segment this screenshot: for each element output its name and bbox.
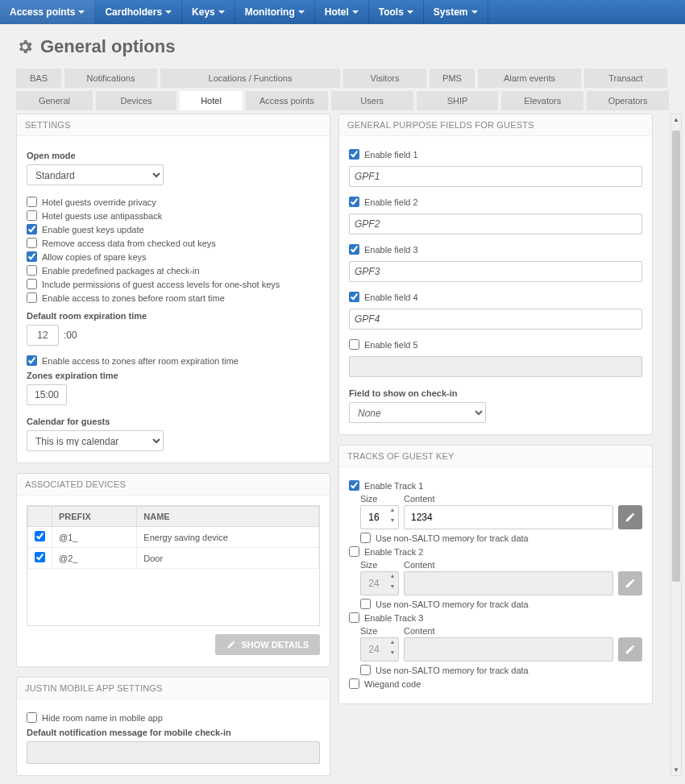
gpf-input-4[interactable]: [349, 309, 642, 330]
track-nonsalto-2[interactable]: [360, 599, 371, 609]
caret-down-icon: [218, 10, 225, 14]
tab-access-points[interactable]: Access points: [246, 91, 328, 110]
track-edit-button-1[interactable]: [618, 505, 642, 529]
settings-check-4[interactable]: [27, 251, 37, 262]
nav-item-cardholders[interactable]: Cardholders: [95, 0, 182, 24]
track-enable-label-3: Enable Track 3: [364, 613, 423, 623]
panel-gpf-head: GENERAL PURPOSE FIELDS FOR GUESTS: [339, 114, 652, 136]
gpf-check-4[interactable]: [349, 292, 359, 302]
devices-col-check: [28, 507, 52, 527]
caret-down-icon: [78, 10, 85, 14]
gpf-check-5[interactable]: [349, 339, 359, 350]
tab-general[interactable]: General: [16, 91, 93, 110]
gpf-input-3[interactable]: [349, 261, 642, 282]
panel-gpf: GENERAL PURPOSE FIELDS FOR GUESTS Enable…: [338, 114, 653, 435]
tab-operators[interactable]: Operators: [587, 91, 669, 110]
caret-down-icon: [407, 10, 413, 14]
tab-locations-functions[interactable]: Locations / Functions: [160, 68, 340, 88]
track-content-input-3[interactable]: [404, 637, 613, 662]
settings-check-label-5: Enable predefined packages at check-in: [42, 266, 200, 276]
track-enable-label-2: Enable Track 2: [364, 547, 423, 557]
show-details-button[interactable]: SHOW DETAILS: [215, 634, 320, 655]
nav-item-keys[interactable]: Keys: [182, 0, 235, 24]
devices-table: PREFIX NAME @1_Energy saving device@2_Do…: [27, 506, 319, 569]
track-edit-button-2[interactable]: [618, 571, 642, 595]
track-enable-2[interactable]: [349, 546, 359, 557]
nav-label: System: [434, 6, 468, 18]
device-prefix: @1_: [52, 527, 137, 548]
nav-item-system[interactable]: System: [424, 0, 488, 24]
settings-check-1[interactable]: [27, 210, 37, 221]
device-check-1[interactable]: [35, 552, 45, 562]
devices-table-wrap[interactable]: PREFIX NAME @1_Energy saving device@2_Do…: [27, 505, 320, 626]
track-nonsalto-label-1: Use non-SALTO memory for track data: [376, 533, 529, 543]
pencil-icon: [226, 640, 236, 649]
tab-notifications[interactable]: Notifications: [64, 68, 157, 88]
gpf-input-5[interactable]: [349, 356, 642, 377]
tab-pms[interactable]: PMS: [430, 68, 475, 88]
track-enable-3[interactable]: [349, 612, 359, 623]
calendar-select[interactable]: This is my calendar: [27, 430, 164, 451]
hide-room-checkbox[interactable]: [27, 712, 37, 723]
gpf-check-3[interactable]: [349, 244, 359, 255]
tab-ship[interactable]: SHIP: [417, 91, 499, 110]
open-mode-select[interactable]: Standard: [27, 164, 164, 185]
table-row[interactable]: @2_Door: [28, 548, 319, 569]
notif-input[interactable]: [27, 741, 320, 764]
tab-alarm-events[interactable]: Alarm events: [478, 68, 581, 88]
panel-devices: ASSOCIATED DEVICES PREFIX NAME @1_Energy…: [16, 473, 330, 667]
gpf-check-2[interactable]: [349, 197, 359, 207]
track-nonsalto-3[interactable]: [360, 665, 371, 675]
wiegand-checkbox[interactable]: [349, 678, 359, 689]
gpf-show-select[interactable]: None: [349, 402, 486, 423]
nav-item-monitoring[interactable]: Monitoring: [235, 0, 315, 24]
tab-users[interactable]: Users: [331, 91, 413, 110]
device-name: Energy saving device: [137, 527, 319, 548]
scrollbar[interactable]: ▲ ▼: [670, 114, 682, 776]
gpf-check-label-2: Enable field 2: [364, 197, 418, 207]
room-exp-hour-input[interactable]: [27, 325, 59, 346]
gpf-check-1[interactable]: [349, 149, 359, 160]
tab-visitors[interactable]: Visitors: [343, 68, 426, 88]
track-content-input-2[interactable]: [404, 571, 613, 595]
device-check-0[interactable]: [35, 531, 45, 541]
left-column: SETTINGS Open mode Standard Hotel guests…: [16, 114, 330, 776]
scroll-thumb[interactable]: [672, 131, 680, 582]
nav-item-hotel[interactable]: Hotel: [315, 0, 369, 24]
settings-check-6[interactable]: [27, 279, 37, 289]
tab-hotel[interactable]: Hotel: [180, 91, 243, 110]
page-title: General options: [40, 36, 175, 57]
nav-item-access-points[interactable]: Access points: [0, 0, 95, 24]
zones-exp-input[interactable]: [27, 384, 67, 405]
panel-tracks: TRACKS OF GUEST KEY Enable Track 1Size▲▼…: [338, 445, 653, 704]
table-row[interactable]: @1_Energy saving device: [28, 527, 319, 548]
zone-after-checkbox[interactable]: [27, 355, 37, 366]
panel-settings: SETTINGS Open mode Standard Hotel guests…: [16, 114, 330, 463]
tab-devices[interactable]: Devices: [96, 91, 176, 110]
spinner-icon[interactable]: ▲▼: [388, 639, 397, 660]
track-edit-button-3[interactable]: [618, 637, 642, 662]
track-enable-1[interactable]: [349, 480, 359, 491]
zones-exp-label: Zones expiration time: [27, 371, 320, 380]
settings-check-0[interactable]: [27, 197, 37, 207]
settings-check-label-0: Hotel guests override privacy: [42, 197, 156, 207]
tab-transact[interactable]: Transact: [584, 68, 667, 88]
settings-check-7[interactable]: [27, 292, 37, 303]
tab-elevators[interactable]: Elevators: [501, 91, 583, 110]
gpf-input-1[interactable]: [349, 166, 642, 187]
settings-check-label-6: Include permissions of guest access leve…: [42, 280, 280, 289]
settings-check-2[interactable]: [27, 224, 37, 234]
track-nonsalto-1[interactable]: [360, 533, 371, 543]
settings-check-5[interactable]: [27, 265, 37, 276]
spinner-icon[interactable]: ▲▼: [388, 573, 397, 594]
caret-down-icon: [165, 10, 172, 14]
track-nonsalto-label-3: Use non-SALTO memory for track data: [376, 666, 529, 675]
tab-bas[interactable]: BAS: [16, 68, 61, 88]
settings-check-3[interactable]: [27, 238, 37, 248]
nav-item-tools[interactable]: Tools: [369, 0, 424, 24]
devices-col-name: NAME: [137, 507, 319, 527]
spinner-icon[interactable]: ▲▼: [388, 507, 397, 528]
notif-label: Default notification message for mobile …: [27, 728, 320, 737]
track-content-input-1[interactable]: [404, 505, 613, 529]
gpf-input-2[interactable]: [349, 214, 642, 234]
